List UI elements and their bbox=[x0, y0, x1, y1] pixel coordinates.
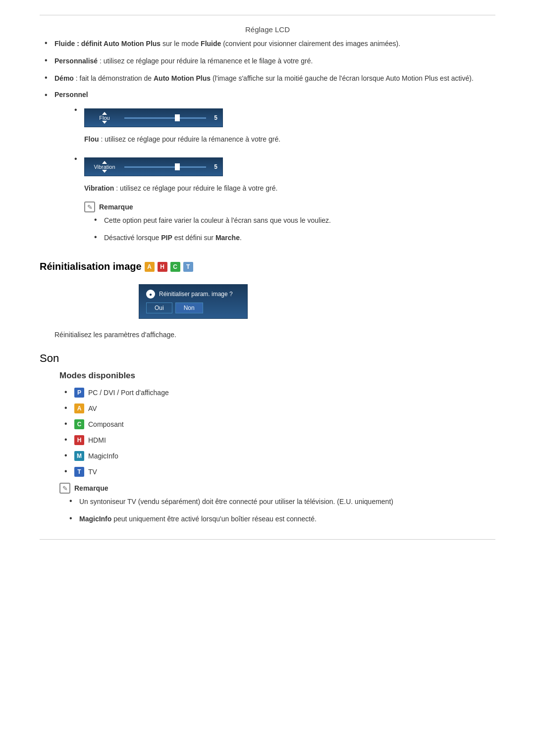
arrow-down-icon bbox=[102, 121, 107, 124]
demo-bold2: Auto Motion Plus bbox=[154, 74, 211, 82]
remarque-icon-2: ✎ bbox=[59, 483, 70, 494]
modes-text-av: AV bbox=[88, 404, 97, 412]
flou-section: Flou 5 Flou : utilisez ce réglage pour r… bbox=[40, 105, 495, 250]
vibration-track bbox=[124, 166, 206, 168]
list-item-fluide: Fluide : définit Auto Motion Plus sur le… bbox=[40, 39, 495, 49]
reset-dialog-title: Réinitialiser param. image ? bbox=[159, 291, 233, 298]
remarque-label-2: Remarque bbox=[74, 484, 108, 492]
son-header: Son bbox=[40, 352, 495, 365]
badge-pc: P bbox=[74, 388, 84, 398]
modes-item-magicinfo: M MagicInfo bbox=[59, 451, 495, 461]
modes-text-tv: TV bbox=[88, 468, 97, 476]
bottom-rule bbox=[40, 539, 495, 540]
son-content: Modes disponibles P PC / DVI / Port d'af… bbox=[40, 371, 495, 524]
remarque-box-1: ✎ Remarque bbox=[84, 202, 133, 212]
remarque-text-1: Cette option peut faire varier la couleu… bbox=[104, 215, 331, 226]
flou-track bbox=[124, 117, 206, 119]
page-container: Réglage LCD Fluide : définit Auto Motion… bbox=[0, 0, 535, 756]
flou-slider-item: Flou 5 Flou : utilisez ce réglage pour r… bbox=[64, 105, 495, 147]
pip-bold: PIP bbox=[161, 234, 172, 242]
remarque-label-1: Remarque bbox=[99, 203, 133, 211]
reset-btn-non[interactable]: Non bbox=[175, 302, 203, 313]
son-remarque-list: Un syntoniseur TV (vendu séparément) doi… bbox=[64, 497, 495, 524]
reinit-description: Réinitialisez les paramètres d'affichage… bbox=[54, 330, 495, 340]
modes-item-pc: P PC / DVI / Port d'affichage bbox=[59, 388, 495, 398]
vibration-thumb bbox=[175, 163, 180, 170]
badge-tv: T bbox=[74, 467, 84, 477]
badge-a: A bbox=[145, 262, 155, 272]
flou-track-container: 5 bbox=[124, 114, 217, 121]
vibration-value: 5 bbox=[210, 163, 217, 170]
flou-desc-bold: Flou bbox=[84, 135, 99, 143]
marche-bold: Marche bbox=[215, 234, 240, 242]
modes-text-composant: Composant bbox=[88, 420, 124, 428]
vibration-track-container: 5 bbox=[124, 163, 217, 170]
flou-label-box: Flou bbox=[90, 112, 119, 124]
modes-item-av: A AV bbox=[59, 403, 495, 413]
son-remarque-text-1: Un syntoniseur TV (vendu séparément) doi… bbox=[79, 497, 495, 507]
fluide-bold: Fluide bbox=[54, 40, 75, 48]
list-item-demo: Démo : fait la démonstration de Auto Mot… bbox=[40, 73, 495, 84]
fluide-text: Fluide : définit Auto Motion Plus sur le… bbox=[54, 39, 495, 49]
reset-dialog-icon: ● bbox=[146, 290, 155, 299]
badge-t: T bbox=[183, 262, 193, 272]
flou-description: Flou : utilisez ce réglage pour réduire … bbox=[84, 134, 280, 145]
magicinfo-bold: MagicInfo bbox=[79, 515, 111, 523]
flou-label-text: Flou bbox=[99, 115, 109, 121]
vibration-slider-widget: Vibration 5 bbox=[84, 157, 223, 176]
badge-h: H bbox=[158, 262, 167, 272]
vibration-label-text: Vibration bbox=[94, 164, 115, 170]
modes-item-hdmi: H HDMI bbox=[59, 435, 495, 445]
remarque-box-2: ✎ Remarque bbox=[59, 483, 495, 494]
flou-value: 5 bbox=[210, 114, 217, 121]
vibration-arrow-down-icon bbox=[102, 170, 107, 173]
reset-dialog-buttons: Oui Non bbox=[146, 302, 240, 313]
modes-item-tv: T TV bbox=[59, 467, 495, 477]
reset-dialog-container: ● Réinitialiser param. image ? Oui Non bbox=[40, 280, 495, 323]
remarque-list-1: Cette option peut faire varier la couleu… bbox=[89, 215, 331, 250]
remarque-item-2: Désactivé lorsque PIP est défini sur Mar… bbox=[89, 233, 331, 243]
reset-dialog-header: ● Réinitialiser param. image ? bbox=[146, 290, 240, 299]
badge-composant: C bbox=[74, 419, 84, 429]
badge-av: A bbox=[74, 403, 84, 413]
reset-btn-oui[interactable]: Oui bbox=[146, 302, 172, 313]
main-bullet-list: Fluide : définit Auto Motion Plus sur le… bbox=[40, 39, 495, 84]
personnalise-bold: Personnalisé bbox=[54, 57, 98, 65]
vibration-description: Vibration : utilisez ce réglage pour réd… bbox=[84, 183, 277, 194]
page-title: Réglage LCD bbox=[40, 25, 495, 34]
son-remarque-text-2: MagicInfo peut uniquement être activé lo… bbox=[79, 514, 495, 524]
modes-header: Modes disponibles bbox=[59, 371, 495, 381]
demo-bold: Démo bbox=[54, 74, 74, 82]
fluide-bold2: : définit Auto Motion Plus bbox=[77, 40, 160, 48]
vibration-arrows-down bbox=[102, 170, 107, 173]
vibration-label-box: Vibration bbox=[90, 161, 119, 173]
remarque-item-1: Cette option peut faire varier la couleu… bbox=[89, 215, 331, 226]
vibration-desc-bold: Vibration bbox=[84, 184, 114, 192]
personnel-item: Personnel bbox=[40, 91, 495, 99]
nested-slider-list: Flou 5 Flou : utilisez ce réglage pour r… bbox=[64, 105, 495, 250]
flou-slider-widget: Flou 5 bbox=[84, 108, 223, 127]
modes-text-magicinfo: MagicInfo bbox=[88, 452, 118, 460]
list-item-personnalise: Personnalisé : utilisez ce réglage pour … bbox=[40, 56, 495, 66]
badge-hdmi: H bbox=[74, 435, 84, 445]
personnalise-text: Personnalisé : utilisez ce réglage pour … bbox=[54, 56, 495, 66]
remarque-text-2: Désactivé lorsque PIP est défini sur Mar… bbox=[104, 233, 331, 243]
son-remarque-item-1: Un syntoniseur TV (vendu séparément) doi… bbox=[64, 497, 495, 507]
modes-item-composant: C Composant bbox=[59, 419, 495, 429]
reinit-header: Réinitialisation image A H C T bbox=[40, 261, 495, 272]
modes-text-hdmi: HDMI bbox=[88, 436, 106, 444]
vibration-slider-item: Vibration 5 Vibration : utilisez ce régl… bbox=[64, 154, 495, 250]
flou-thumb bbox=[175, 114, 180, 121]
reset-dialog: ● Réinitialiser param. image ? Oui Non bbox=[139, 284, 248, 319]
modes-text-pc: PC / DVI / Port d'affichage bbox=[88, 389, 169, 397]
flou-arrows-down bbox=[102, 121, 107, 124]
fluide-bold3: Fluide bbox=[201, 40, 221, 48]
remarque-icon-1: ✎ bbox=[84, 202, 95, 212]
personnel-label: Personnel bbox=[54, 91, 88, 99]
son-section: Son Modes disponibles P PC / DVI / Port … bbox=[40, 352, 495, 524]
son-remarque-item-2: MagicInfo peut uniquement être activé lo… bbox=[64, 514, 495, 524]
reinit-header-text: Réinitialisation image bbox=[40, 261, 142, 272]
badge-magicinfo: M bbox=[74, 451, 84, 461]
top-rule bbox=[40, 15, 495, 15]
badge-c: C bbox=[170, 262, 180, 272]
